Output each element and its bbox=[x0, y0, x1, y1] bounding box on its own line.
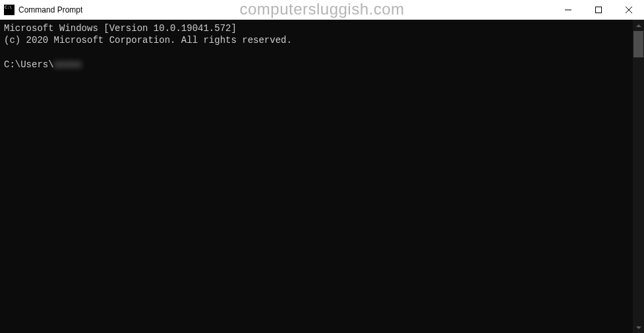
terminal-blank-line bbox=[4, 46, 629, 58]
scroll-down-arrow[interactable] bbox=[633, 322, 644, 333]
terminal-content[interactable]: Microsoft Windows [Version 10.0.19041.57… bbox=[0, 20, 633, 333]
terminal-prompt-line: C:\Users\xxxxx bbox=[4, 59, 629, 71]
minimize-icon bbox=[565, 7, 571, 13]
terminal-line-copyright: (c) 2020 Microsoft Corporation. All righ… bbox=[4, 34, 629, 46]
scroll-thumb[interactable] bbox=[633, 31, 643, 57]
prompt-username-blurred: xxxxx bbox=[54, 59, 82, 71]
title-bar: Command Prompt bbox=[0, 0, 644, 20]
svg-marker-5 bbox=[636, 326, 641, 329]
title-left: Command Prompt bbox=[0, 5, 82, 15]
scroll-up-arrow[interactable] bbox=[633, 20, 644, 31]
chevron-up-icon bbox=[636, 24, 641, 27]
svg-marker-4 bbox=[636, 24, 641, 27]
maximize-button[interactable] bbox=[583, 0, 614, 20]
cmd-app-icon bbox=[4, 5, 15, 15]
chevron-down-icon bbox=[636, 326, 641, 329]
terminal-line-version: Microsoft Windows [Version 10.0.19041.57… bbox=[4, 22, 629, 34]
minimize-button[interactable] bbox=[553, 0, 583, 20]
prompt-path: C:\Users\ bbox=[4, 59, 54, 71]
close-icon bbox=[626, 7, 632, 13]
terminal-area: Microsoft Windows [Version 10.0.19041.57… bbox=[0, 20, 644, 333]
svg-rect-1 bbox=[596, 7, 602, 13]
close-button[interactable] bbox=[614, 0, 644, 20]
window-title: Command Prompt bbox=[18, 5, 82, 15]
vertical-scrollbar[interactable] bbox=[633, 20, 644, 333]
maximize-icon bbox=[595, 7, 602, 13]
window-controls bbox=[553, 0, 644, 19]
scroll-track[interactable] bbox=[633, 31, 644, 322]
